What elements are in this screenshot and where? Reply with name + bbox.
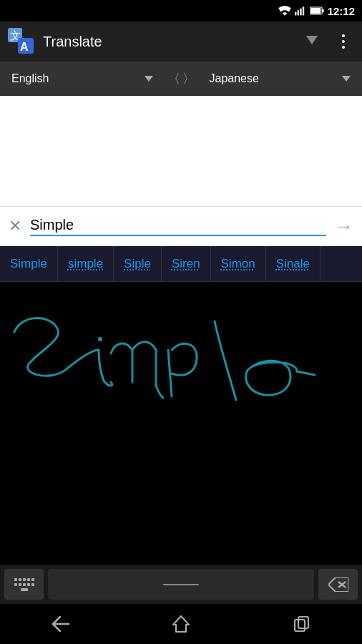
status-bar: 12:12 — [0, 0, 362, 21]
suggestion-label-1: simple — [68, 257, 103, 271]
svg-rect-5 — [322, 9, 323, 12]
app-icon: 文 A — [7, 27, 36, 56]
app-title: Translate — [43, 34, 299, 50]
keyboard-bottom-bar — [0, 565, 362, 604]
backspace-button[interactable] — [318, 569, 358, 600]
suggestion-label-0: Simple — [10, 257, 47, 271]
svg-rect-19 — [298, 617, 308, 628]
overflow-dot-1 — [342, 34, 345, 37]
spacebar-line — [163, 584, 199, 585]
svg-marker-17 — [173, 616, 189, 632]
backspace-icon — [328, 577, 348, 592]
handwriting-svg — [0, 282, 362, 472]
input-text[interactable]: Simple — [30, 217, 326, 236]
suggestion-item-5[interactable]: Sinale — [266, 246, 321, 281]
source-language-label: English — [11, 72, 49, 85]
overflow-menu-button[interactable] — [332, 30, 355, 53]
suggestion-label-2: Siple — [124, 257, 151, 271]
swap-chars-2: 〉 — [182, 70, 195, 87]
svg-rect-3 — [302, 6, 303, 15]
suggestion-item-1[interactable]: simple — [58, 246, 114, 281]
svg-rect-18 — [295, 620, 305, 631]
clear-icon: ✕ — [9, 217, 21, 235]
status-icons: 12:12 — [278, 5, 355, 17]
svg-rect-0 — [295, 12, 296, 16]
suggestion-item-3[interactable]: Siren — [162, 246, 211, 281]
svg-rect-1 — [297, 10, 298, 15]
battery-icon — [310, 6, 324, 16]
status-time: 12:12 — [328, 5, 355, 17]
back-button[interactable] — [39, 610, 82, 638]
translate-app-icon: 文 A — [8, 28, 35, 55]
svg-marker-11 — [306, 36, 318, 44]
overflow-dot-3 — [342, 46, 345, 49]
swap-chars: 〈 — [167, 70, 180, 87]
suggestion-label-4: Simon — [221, 257, 255, 271]
target-language-label: Japanese — [210, 72, 259, 85]
spacebar-button[interactable] — [48, 569, 314, 600]
svg-rect-2 — [300, 9, 301, 16]
svg-point-12 — [98, 337, 102, 341]
input-area: ✕ Simple → — [0, 207, 362, 246]
suggestions-bar: Simple simple Siple Siren Simon Sinale — [0, 246, 362, 282]
svg-marker-13 — [328, 577, 348, 592]
suggestion-item-2[interactable]: Siple — [114, 246, 162, 281]
keyboard-toggle-button[interactable] — [4, 569, 44, 600]
navigation-bar — [0, 604, 362, 644]
signal-icon — [295, 6, 306, 16]
language-bar: English 〈 〉 Japanese — [0, 62, 362, 96]
svg-text:A: A — [20, 41, 29, 53]
translate-arrow-button[interactable]: → — [332, 214, 356, 238]
overflow-dot-2 — [342, 40, 345, 43]
suggestion-label-5: Sinale — [276, 257, 310, 271]
handwriting-canvas[interactable] — [0, 282, 362, 472]
translation-output-area — [0, 96, 362, 207]
home-icon — [172, 615, 190, 633]
back-icon — [50, 615, 70, 633]
home-button[interactable] — [160, 610, 202, 638]
source-language-selector[interactable]: English — [6, 69, 159, 88]
target-language-selector[interactable]: Japanese — [204, 69, 357, 88]
language-swap-button[interactable]: 〈 〉 — [159, 70, 204, 87]
app-bar: 文 A Translate — [0, 21, 362, 62]
dropdown-triangle-icon — [306, 36, 318, 47]
suggestion-label-3: Siren — [172, 257, 200, 271]
recents-icon — [293, 615, 310, 633]
target-language-dropdown-icon — [342, 76, 351, 82]
translate-arrow-icon: → — [335, 215, 353, 237]
clear-button[interactable]: ✕ — [6, 215, 24, 237]
recents-button[interactable] — [280, 610, 323, 638]
svg-rect-6 — [310, 8, 321, 14]
wifi-icon — [278, 6, 291, 16]
suggestion-item-0[interactable]: Simple — [0, 246, 58, 281]
keyboard-icon — [14, 577, 34, 592]
suggestion-item-4[interactable]: Simon — [211, 246, 266, 281]
source-language-dropdown-icon — [145, 76, 153, 82]
